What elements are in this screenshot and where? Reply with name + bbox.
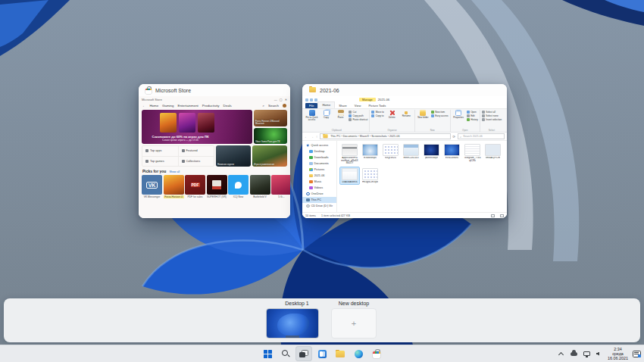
explorer-card-title: 2021-06 (320, 88, 339, 93)
store-nav-productivity: Productivity (202, 104, 220, 108)
forza-cover (164, 175, 184, 195)
task-view-window-explorer[interactable]: 2021-06 Manage 2021-06 File Home Share V… (302, 84, 507, 218)
touch-keyboard-icon (633, 351, 641, 357)
edge-button[interactable] (350, 346, 367, 361)
music-icon (309, 180, 313, 184)
system-tray: 2:34 среда 16.06.2021 (556, 345, 641, 362)
store-side-card-1: Forza Horizon 4 Blizzard Mountain (254, 110, 287, 126)
paste-button: Paste (334, 110, 347, 119)
file-item: HKvgNCmGp8 (361, 167, 380, 185)
search-button[interactable] (277, 346, 294, 361)
sidebar-item-quick-access: Quick access (302, 142, 336, 148)
group-label-select: Select (482, 129, 502, 132)
folder-icon (336, 351, 345, 358)
store-hero-banner: Сэкономьте до 60% на играх для ПК Самое … (142, 110, 252, 144)
store-tile-forza-label: Forza Horizon 4 (164, 195, 184, 198)
store-link-collections-label: Collections (186, 160, 201, 163)
desktops-panel: Desktop 1 New desktop + (4, 298, 640, 342)
ribbon-group-organise: Move to Copy to Delete Rename Organise (370, 110, 415, 132)
scissors-icon (349, 111, 352, 114)
file-explorer-button[interactable] (332, 346, 349, 361)
ribbon-tabs: File Home Share View Picture Tools (302, 103, 507, 109)
store-tile-vk: VK VK Messenger (142, 175, 162, 198)
store-tile-clipped: 5 G… (271, 175, 290, 198)
start-button[interactable] (259, 346, 276, 361)
store-tile-pdf: PDF PDF for sales (185, 175, 205, 198)
clipboard-icon (338, 110, 344, 116)
monitor-icon (309, 150, 313, 154)
clock[interactable]: 2:34 среда 16.06.2021 (608, 347, 628, 360)
sidebar-item-music: Music (302, 179, 336, 185)
desktop1-label: Desktop 1 (270, 301, 324, 306)
folder-icon (324, 135, 328, 139)
copy-button: Copy (320, 110, 333, 119)
file-item: EVfa5zWztu (442, 143, 461, 166)
sidebar-item-downloads: Downloads (302, 154, 336, 161)
store-nav-entertainment: Entertainment (177, 104, 198, 108)
vk-logo: VK (146, 182, 158, 189)
status-selection: 1 item selected 427 KB (321, 214, 350, 217)
tab-file: File (305, 103, 317, 108)
store-tile-forza: Forza Horizon 4 (164, 175, 184, 198)
file-grid: ApplicationFrameHost_gRe6X8kU1Y EXMkfxhl… (337, 141, 507, 212)
edit-icon (467, 114, 470, 117)
properties-button: Properties (452, 110, 465, 119)
group-label-open: Open (452, 129, 478, 132)
copy-icon (324, 110, 330, 116)
tab-view: View (351, 103, 365, 108)
file-item: mfnnCUsLuc3 (402, 143, 420, 166)
new-desktop-button[interactable]: + (331, 308, 377, 339)
file-item: EXMkfxhlpv (361, 143, 380, 166)
group-label-organise: Organise (371, 129, 413, 132)
store-nav-home: Home (149, 104, 158, 108)
up-arrow-icon: ↑ (316, 135, 318, 139)
breadcrumb-path: This PC › Documents › ShareX › Screensho… (330, 135, 399, 138)
notification-center-button[interactable] (632, 347, 641, 360)
thumbnail-view-icon (500, 214, 504, 217)
picture-icon (309, 168, 313, 172)
store-side-column: Forza Horizon 4 Blizzard Mountain Xbox G… (254, 110, 287, 144)
select-all-button: Select all (482, 111, 502, 114)
forward-arrow-icon: → (311, 135, 315, 139)
copy-path-button: Copy path (349, 114, 367, 117)
widgets-button[interactable] (314, 346, 330, 361)
tab-share: Share (335, 103, 351, 108)
file-thumbnail (444, 144, 460, 156)
store-tile-battlefield-label: Battlefield V (250, 195, 270, 198)
tray-overflow-button[interactable] (556, 347, 565, 360)
contextual-tab-chip: Manage (359, 98, 376, 101)
onedrive-tray-button[interactable] (569, 347, 578, 360)
store-quick-links: Top apps Featured Top games Collections (142, 145, 214, 167)
file-thumbnail (362, 168, 378, 180)
store-tiles-row: VK VK Messenger Forza Horizon 4 PDF PDF … (139, 174, 290, 198)
windows-logo-icon (264, 350, 272, 358)
store-mid-card-2-caption: Игры и развлечения (254, 164, 286, 166)
maximize-icon: ▢ (280, 98, 283, 101)
edge-icon (355, 350, 363, 358)
task-view-button[interactable] (295, 346, 312, 361)
explorer-search-input: ⌕ Search 2021-06 (458, 133, 505, 139)
store-mid-card-1-caption: Новинки недели (217, 164, 249, 166)
store-link-featured-label: Featured (186, 149, 198, 152)
plus-icon: + (352, 319, 356, 328)
sidebar-item-onedrive: OneDrive (302, 191, 336, 197)
folder-icon (309, 88, 316, 93)
grid-icon (182, 160, 185, 163)
search-icon: ⌕ (460, 135, 461, 139)
desktop1-thumbnail[interactable] (266, 308, 319, 339)
copy-path-icon (349, 114, 352, 117)
status-item-count: 10 items (305, 214, 316, 217)
network-tray-button[interactable] (582, 347, 591, 360)
task-view-window-store[interactable]: Microsoft Store Microsoft Store — ▢ ✕ ← … (139, 84, 290, 218)
store-link-top-games-label: Top games (150, 160, 164, 163)
explorer-sidebar: Quick access Desktop Downloads Documents… (302, 141, 337, 212)
store-app-icon (145, 89, 152, 94)
store-button[interactable] (368, 346, 385, 361)
file-thumbnail (464, 144, 480, 156)
store-mid-card-1: Новинки недели (216, 145, 251, 167)
pin-quick-access-button: Pin to Quick access (305, 110, 318, 121)
volume-tray-button[interactable] (595, 347, 604, 360)
battlefield-cover (250, 175, 270, 195)
ribbon-group-open: Properties Open Edit History Open (451, 110, 480, 132)
back-arrow-icon: ← (142, 104, 145, 108)
